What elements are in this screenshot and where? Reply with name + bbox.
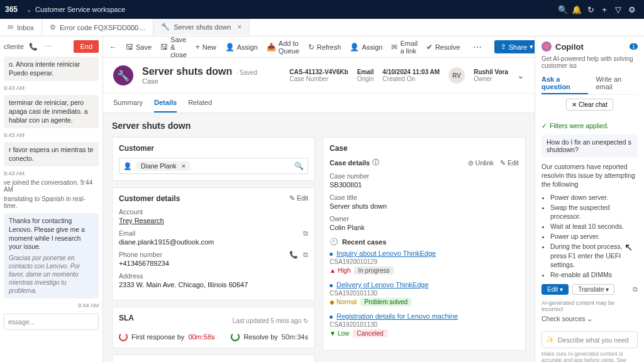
search-icon[interactable]: 🔍 (294, 162, 304, 170)
record-type: Case (142, 77, 257, 85)
email-link-button[interactable]: ✉Email a link (391, 40, 418, 55)
filters-applied: ✓Filters were applied. (541, 122, 638, 129)
plus-icon: + (196, 43, 200, 52)
tab-strip: ✉Inbox ⚙Error code FQXSFDD000… 🔧Server s… (0, 19, 644, 36)
save-icon: 🖫 (126, 43, 133, 52)
card-heading: Customer details (119, 194, 308, 203)
overflow-button[interactable]: ⋯ (469, 42, 486, 52)
copilot-title: Copilot (555, 42, 584, 52)
tab-write-email[interactable]: Write an email (596, 73, 638, 94)
back-button[interactable]: ← (109, 43, 117, 52)
command-bar: ← 🖫Save 🖫Save & close +New 👤Assign 📥Add … (103, 36, 535, 58)
assign2-button[interactable]: 👤Assign (350, 43, 382, 52)
phone-icon[interactable]: 📞 (289, 251, 298, 259)
timestamp: 9:44 AM (4, 302, 99, 309)
record-panel: ← 🖫Save 🖫Save & close +New 👤Assign 📥Add … (103, 36, 535, 362)
account-link[interactable]: Trey Research (119, 217, 308, 224)
back-icon: ← (109, 43, 117, 52)
close-icon[interactable]: × (182, 162, 186, 170)
copilot-subtitle: Get AI-powered help with solving custome… (541, 55, 638, 69)
mail-icon: ✉ (391, 43, 397, 52)
recent-case-link[interactable]: Inquiry about Lenovo ThinkEdge (336, 250, 436, 257)
customer-lookup[interactable]: 👤 Diane Plank× 🔍 (119, 158, 308, 174)
edit-answer-button[interactable]: Edit ▾ (541, 284, 569, 295)
user-question: How do I fix an unexpected s shutdown? (541, 134, 638, 157)
owner-name: Rushil Vora (474, 69, 508, 75)
chat-input[interactable]: essage... (4, 314, 99, 330)
tab-related[interactable]: Related (188, 94, 212, 112)
tab-server-shuts-down[interactable]: 🔧Server shuts down× (153, 19, 250, 36)
history-icon[interactable]: ↻ (584, 5, 597, 14)
top-bar: 365 ⌄ Customer Service workspace 🔍 🔔 ↻ +… (0, 0, 644, 19)
system-message: ve joined the conversation. 9:44 AM (4, 179, 99, 193)
chevron-down-icon[interactable]: ⌄ (26, 6, 31, 13)
settings-icon[interactable]: ⚙ (625, 5, 639, 14)
add-queue-button[interactable]: 📥Add to Queue (267, 40, 299, 55)
end-button[interactable]: End (74, 40, 99, 53)
share-button[interactable]: ⇪Share▾ (494, 40, 535, 53)
case-number-value: SB300II01 (330, 181, 519, 189)
save-close-button[interactable]: 🖫Save & close (160, 36, 187, 58)
info-icon[interactable]: ⓘ (372, 158, 379, 167)
assign-icon: 👤 (350, 43, 359, 52)
origin: Email (357, 69, 374, 75)
resolve-button[interactable]: ✔Resolve (426, 43, 460, 52)
priority-badge: ◆ Normal (330, 299, 357, 305)
card-heading: SLA (119, 314, 134, 322)
clear-chat-button[interactable]: ✕ Clear chat (566, 99, 613, 111)
email-value: diane.plank1915@outlook.com (119, 238, 308, 246)
tab-error-code[interactable]: ⚙Error code FQXSFDD000… (42, 19, 153, 36)
form-tabs: Summary Details Related (103, 94, 535, 113)
system-message: translating to Spanish in real-time. (4, 195, 99, 209)
chat-panel: cliente 📞 ⋯ End o. Ahora intente reinici… (0, 36, 103, 362)
copy-icon[interactable]: ⧉ (633, 285, 638, 293)
save-close-icon: 🖫 (160, 43, 168, 52)
recent-case-item: Registration details for Lenovo machine … (330, 312, 519, 337)
translate-button[interactable]: Translate ▾ (572, 284, 614, 295)
copy-icon[interactable]: ⧉ (303, 251, 308, 259)
tab-inbox[interactable]: ✉Inbox (0, 19, 42, 36)
gear-icon: ⚙ (50, 23, 56, 31)
refresh-icon[interactable]: ↻ (303, 317, 308, 324)
check-sources-button[interactable]: Check sources ⌄ (541, 315, 638, 322)
refresh-button[interactable]: ↻Refresh (308, 43, 341, 52)
save-button[interactable]: 🖫Save (126, 43, 152, 52)
created-on: 4/10/2024 11:03 AM (382, 69, 440, 75)
status-pill: In progress (354, 266, 393, 275)
sla-card: SLA Last updated 5 mins ago ↻ First resp… (112, 307, 315, 348)
recent-case-item: Delivery of Lenovo ThinkEdge CSA19201011… (330, 281, 519, 306)
chat-message: r favor espera un mientras te conecto. (4, 142, 99, 167)
status-pill: Canceled (353, 329, 387, 337)
more-icon[interactable]: ⋯ (43, 43, 54, 51)
close-icon[interactable]: × (237, 23, 242, 31)
edit-button[interactable]: ✎ Edit (289, 194, 308, 202)
recent-case-link[interactable]: Delivery of Lenovo ThinkEdge (336, 281, 429, 288)
notification-icon[interactable]: 🔔 (570, 5, 584, 14)
tab-details[interactable]: Details (154, 94, 177, 112)
unlink-button[interactable]: ⊘ Unlink (468, 159, 494, 167)
recent-case-link[interactable]: Registration details for Lenovo machine (336, 312, 458, 320)
chat-contact-name: cliente (4, 43, 24, 50)
tab-summary[interactable]: Summary (113, 94, 143, 112)
copilot-input[interactable]: ✨Describe what you need (541, 331, 638, 348)
refresh-icon: ↻ (308, 43, 314, 52)
chevron-down-icon[interactable]: ⌄ (517, 70, 525, 80)
timestamp: 9:43 AM (4, 170, 99, 177)
assign-button[interactable]: 👤Assign (225, 43, 258, 52)
filter-icon[interactable]: ▽ (611, 5, 625, 14)
plus-icon[interactable]: + (597, 5, 611, 14)
edit-button[interactable]: ✎ Edit (500, 159, 519, 167)
copilot-logo-icon (541, 41, 552, 52)
search-icon[interactable]: 🔍 (556, 5, 570, 14)
progress-ring-icon (119, 332, 128, 341)
timestamp: 9:43 AM (4, 85, 99, 91)
bullet-icon (330, 315, 333, 319)
bullet-icon (330, 253, 333, 256)
tab-ask-question[interactable]: Ask a question (541, 73, 588, 94)
phone-icon[interactable]: 📞 (28, 43, 39, 51)
customer-chip[interactable]: Diane Plank× (136, 161, 191, 171)
resolve-by-value: 50m:34s (282, 333, 308, 341)
new-button[interactable]: +New (196, 43, 216, 52)
copy-icon[interactable]: ⧉ (303, 229, 308, 238)
phone-value: +413456789234 (119, 260, 308, 267)
